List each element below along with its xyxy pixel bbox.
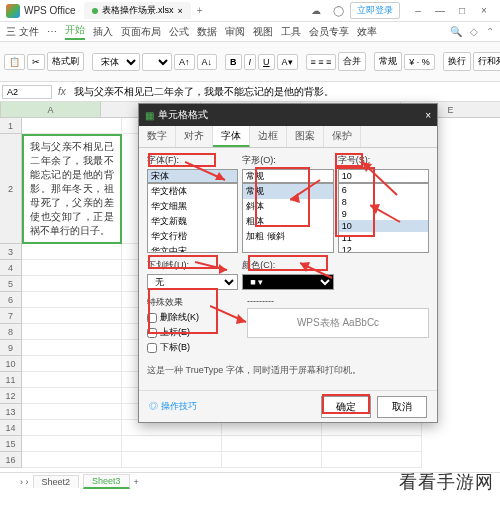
cell-format-dialog: ▦ 单元格格式 × 数字 对齐 字体 边框 图案 保护 字体(F): 华文楷体华… <box>138 103 438 423</box>
font-input[interactable] <box>147 169 238 183</box>
menu-view[interactable]: 视图 <box>253 25 273 39</box>
color-label: 颜色(C): <box>242 259 333 272</box>
style-listbox[interactable]: 常规斜体粗体加粗 倾斜 <box>242 183 333 253</box>
fill-color-button[interactable]: A▾ <box>277 54 298 70</box>
italic-button[interactable]: I <box>244 54 257 70</box>
row-header[interactable]: 9 <box>0 340 22 356</box>
paste-button[interactable]: 📋 <box>4 54 25 70</box>
menu-data[interactable]: 数据 <box>197 25 217 39</box>
row-header[interactable]: 5 <box>0 276 22 292</box>
size-listbox[interactable]: 689101112 <box>338 183 429 253</box>
row-header[interactable]: 16 <box>0 452 22 468</box>
row-header[interactable]: 11 <box>0 372 22 388</box>
row-header[interactable]: 2 <box>0 134 22 244</box>
bold-button[interactable]: B <box>225 54 242 70</box>
close-icon[interactable]: × <box>474 2 494 18</box>
wrap-button[interactable]: 换行 <box>443 52 471 71</box>
menu-file[interactable]: 三 文件 <box>6 25 39 39</box>
row-header[interactable]: 6 <box>0 292 22 308</box>
fx-icon[interactable]: fx <box>58 86 66 97</box>
cell[interactable] <box>22 118 122 134</box>
menu-more[interactable]: ⋯ <box>47 26 57 37</box>
row-header[interactable]: 12 <box>0 388 22 404</box>
row-header[interactable]: 15 <box>0 436 22 452</box>
subscript-checkbox[interactable]: 下标(B) <box>147 341 237 354</box>
tab-protect[interactable]: 保护 <box>324 126 361 147</box>
tab-align[interactable]: 对齐 <box>176 126 213 147</box>
decrease-font-button[interactable]: A↓ <box>197 54 218 70</box>
style-input[interactable] <box>242 169 333 183</box>
titlebar: WPS Office 表格操作场景.xlsx × + ☁ ◯ 立即登录 – — … <box>0 0 500 22</box>
sheet-tab[interactable]: Sheet2 <box>33 475 80 488</box>
new-tab-button[interactable]: + <box>197 5 203 16</box>
sheet-tab[interactable]: Sheet3 <box>83 474 130 489</box>
size-label: 字号(S): <box>338 154 429 167</box>
maximize-icon[interactable]: □ <box>452 2 472 18</box>
formula-input[interactable] <box>70 85 500 98</box>
search-icon[interactable]: 🔍 <box>450 26 462 37</box>
tab-pattern[interactable]: 图案 <box>287 126 324 147</box>
tabs-scroll-icon[interactable]: › › <box>20 477 29 487</box>
doc-status-icon <box>92 8 98 14</box>
minus-icon[interactable]: – <box>408 2 428 18</box>
font-size-select[interactable]: 11 <box>142 53 172 71</box>
row-header[interactable]: 1 <box>0 118 22 134</box>
menu-home[interactable]: 开始 <box>65 23 85 40</box>
menu-members[interactable]: 会员专享 <box>309 25 349 39</box>
row-header[interactable]: 3 <box>0 244 22 260</box>
number-format-select[interactable]: 常规 <box>374 52 402 71</box>
underline-button[interactable]: U <box>258 54 275 70</box>
superscript-checkbox[interactable]: 上标(E) <box>147 326 237 339</box>
row-header[interactable]: 13 <box>0 404 22 420</box>
row-header[interactable]: 7 <box>0 308 22 324</box>
tab-font[interactable]: 字体 <box>213 126 250 147</box>
menu-efficiency[interactable]: 效率 <box>357 25 377 39</box>
menu-insert[interactable]: 插入 <box>93 25 113 39</box>
currency-button[interactable]: ¥ · % <box>404 54 435 70</box>
watermark-text: 看看手游网 <box>399 470 494 494</box>
col-header-A[interactable]: A <box>1 102 101 117</box>
cloud-icon[interactable]: ☁ <box>306 2 326 18</box>
align-group[interactable]: ≡ ≡ ≡ <box>306 54 337 70</box>
format-brush-button[interactable]: 格式刷 <box>47 52 84 71</box>
tips-link[interactable]: ◎ 操作技巧 <box>149 400 197 413</box>
tab-border[interactable]: 边框 <box>250 126 287 147</box>
rowcol-button[interactable]: 行和列 <box>473 52 500 71</box>
row-header[interactable]: 4 <box>0 260 22 276</box>
color-select[interactable]: ■ ▾ <box>242 274 333 290</box>
font-listbox[interactable]: 华文楷体华文细黑华文新魏华文行楷华文中宋宋体 <box>147 183 238 253</box>
tab-number[interactable]: 数字 <box>139 126 176 147</box>
dialog-titlebar[interactable]: ▦ 单元格格式 × <box>139 104 437 126</box>
document-tab[interactable]: 表格操作场景.xlsx × <box>84 2 191 19</box>
login-button[interactable]: 立即登录 <box>350 2 400 19</box>
menu-formula[interactable]: 公式 <box>169 25 189 39</box>
underline-label: 下划线(U): <box>147 259 238 272</box>
increase-font-button[interactable]: A↑ <box>174 54 195 70</box>
close-tab-icon[interactable]: × <box>178 6 183 16</box>
ok-button[interactable]: 确定 <box>321 396 371 418</box>
cancel-button[interactable]: 取消 <box>377 396 427 418</box>
user-icon[interactable]: ◯ <box>328 2 348 18</box>
cell-A2[interactable]: 我与父亲不相见已二年余了，我最不能忘记的是他的背影。那年冬天，祖母死了，父亲的差… <box>22 134 122 244</box>
row-header[interactable]: 14 <box>0 420 22 436</box>
row-header[interactable]: 10 <box>0 356 22 372</box>
dialog-close-icon[interactable]: × <box>425 110 431 121</box>
strikethrough-checkbox[interactable]: 删除线(K) <box>147 311 237 324</box>
cell-reference-input[interactable] <box>2 85 52 99</box>
cut-button[interactable]: ✂ <box>27 54 45 70</box>
effects-label: 特殊效果 <box>147 296 237 309</box>
caret-icon[interactable]: ⌃ <box>486 26 494 37</box>
underline-select[interactable]: 无 <box>147 274 238 290</box>
minimize-icon[interactable]: — <box>430 2 450 18</box>
add-sheet-button[interactable]: + <box>134 477 139 487</box>
menu-review[interactable]: 审阅 <box>225 25 245 39</box>
size-input[interactable] <box>338 169 429 183</box>
row-header[interactable]: 8 <box>0 324 22 340</box>
menu-layout[interactable]: 页面布局 <box>121 25 161 39</box>
sheet-icon: ▦ <box>145 110 154 121</box>
menubar: 三 文件 ⋯ 开始 插入 页面布局 公式 数据 审阅 视图 工具 会员专享 效率… <box>0 22 500 42</box>
font-select[interactable]: 宋体 <box>92 53 140 71</box>
menu-tools[interactable]: 工具 <box>281 25 301 39</box>
help-icon[interactable]: ◇ <box>470 26 478 37</box>
merge-button[interactable]: 合并 <box>338 52 366 71</box>
